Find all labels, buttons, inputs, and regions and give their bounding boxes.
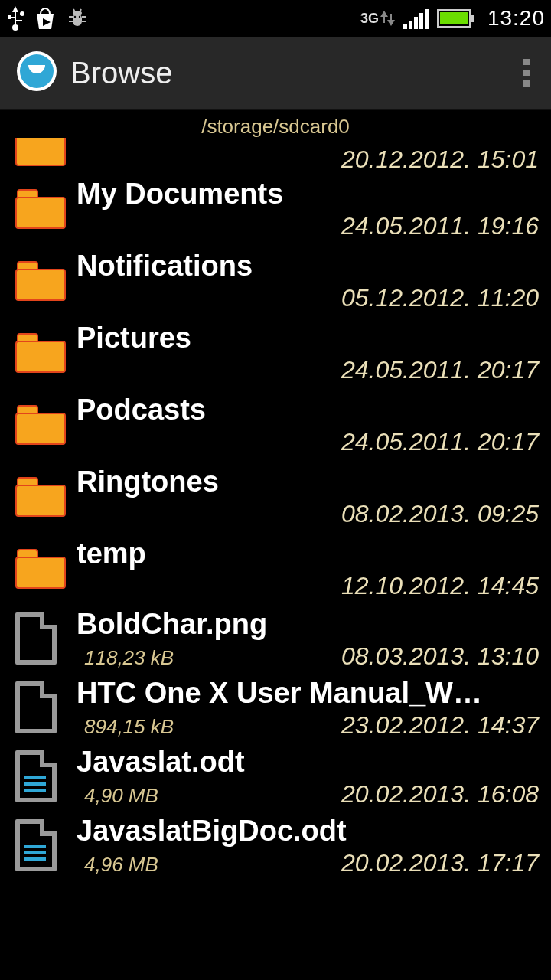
item-name: Ringtones [77,466,539,498]
folder-icon [15,477,66,517]
item-timestamp: 24.05.2011. 20:17 [341,428,539,456]
list-item[interactable]: HTC One X User Manual_W… 894,15 kB 23.02… [0,674,551,743]
status-left [6,6,89,31]
list-item[interactable]: Ringtones 08.02.2013. 09:25 [0,461,551,533]
svg-marker-2 [12,6,18,12]
list-item[interactable]: Notifications 05.12.2012. 11:20 [0,245,551,317]
item-name: HTC One X User Manual_W… [77,677,539,710]
svg-marker-16 [380,11,388,23]
document-file-icon [15,819,57,871]
usb-icon [6,6,24,31]
status-right: 3G 13:20 [360,6,545,31]
svg-rect-19 [409,21,412,29]
folder-icon [15,549,66,589]
item-timestamp: 20.02.2013. 16:08 [341,780,539,808]
current-path: /storage/sdcard0 [0,110,551,140]
list-item[interactable]: BoldChar.png 118,23 kB 08.03.2013. 13:10 [0,605,551,674]
folder-icon [15,333,66,373]
item-name: Pictures [77,322,539,354]
item-timestamp: 05.12.2012. 11:20 [341,284,539,312]
svg-marker-17 [387,14,395,26]
file-icon [15,612,57,665]
item-name: JavaslatBigDoc.odt [77,815,539,848]
folder-icon [15,138,66,166]
svg-rect-18 [403,24,407,29]
item-timestamp: 24.05.2011. 20:17 [341,356,539,384]
item-timestamp: 24.05.2011. 19:16 [341,212,539,240]
item-size: 118,23 kB [84,646,174,670]
svg-rect-20 [414,17,418,29]
item-timestamp: 23.02.2012. 14:37 [341,711,539,740]
svg-rect-29 [28,57,45,65]
list-item[interactable]: My Documents 24.05.2011. 19:16 [0,173,551,245]
file-icon [15,681,57,733]
item-name: Notifications [77,250,539,283]
document-file-icon [15,750,57,802]
item-timestamp: 12.10.2012. 14:45 [341,572,539,600]
item-name: Javaslat.odt [77,746,539,779]
item-timestamp: 08.02.2013. 09:25 [341,500,539,528]
item-size: 894,15 kB [84,715,174,739]
list-item[interactable]: Podcasts 24.05.2011. 20:17 [0,389,551,461]
app-icon [15,50,58,96]
folder-icon [15,405,66,445]
folder-icon [15,261,66,301]
item-timestamp: 20.02.2013. 17:17 [341,849,539,877]
svg-point-8 [79,16,80,18]
list-item[interactable]: Javaslat.odt 4,90 MB 20.02.2013. 16:08 [0,743,551,812]
svg-rect-22 [425,9,429,29]
svg-rect-25 [440,12,468,24]
file-list[interactable]: Music 20.12.2012. 15:01 My Documents 24.… [0,138,551,980]
item-timestamp: 20.12.2012. 15:01 [341,145,539,174]
item-name: Podcasts [77,394,539,426]
svg-point-4 [20,11,24,16]
item-timestamp: 08.03.2013. 13:10 [341,642,539,671]
item-name: My Documents [77,178,539,211]
network-3g-icon: 3G [360,9,396,28]
app-bar: Browse [0,37,551,110]
item-name: Music [77,138,539,144]
status-bar: 3G 13:20 [0,0,551,37]
item-size: 4,96 MB [84,853,158,877]
overflow-menu-button[interactable] [517,53,536,93]
list-item[interactable]: Music 20.12.2012. 15:01 [0,138,551,173]
item-size: 4,90 MB [84,784,158,808]
signal-icon [403,8,429,29]
svg-rect-6 [73,14,82,26]
svg-rect-24 [470,15,474,22]
list-item[interactable]: temp 12.10.2012. 14:45 [0,533,551,605]
folder-icon [15,189,66,229]
battery-icon [437,8,475,29]
svg-rect-21 [419,13,423,29]
play-store-icon [32,6,58,31]
item-name: BoldChar.png [77,608,539,641]
list-item[interactable]: Pictures 24.05.2011. 20:17 [0,317,551,389]
status-clock: 13:20 [487,6,545,31]
item-name: temp [77,537,539,570]
list-item[interactable]: JavaslatBigDoc.odt 4,96 MB 20.02.2013. 1… [0,812,551,880]
app-title: Browse [70,56,172,90]
debugging-icon [66,6,89,31]
svg-point-7 [74,16,76,18]
